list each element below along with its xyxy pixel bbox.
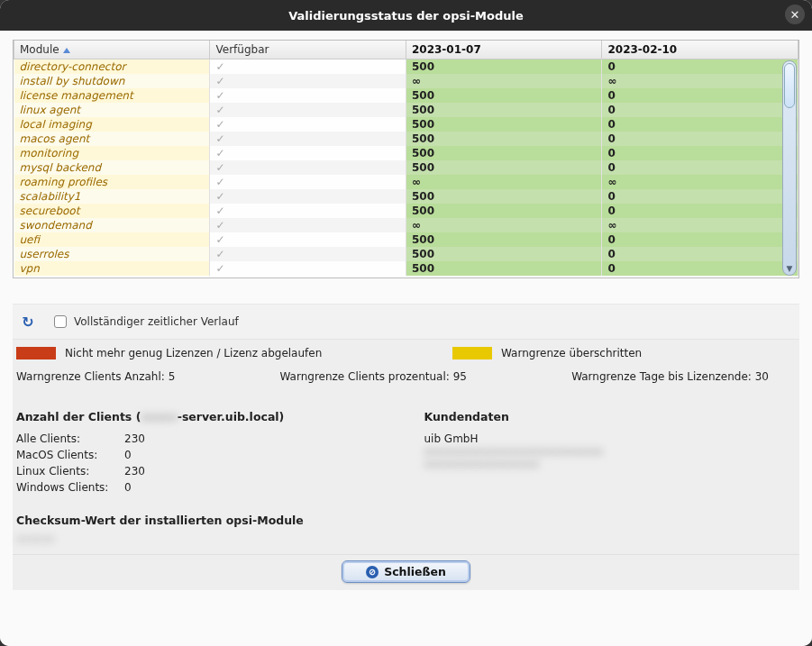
- cell-available: ✓: [210, 189, 406, 204]
- table-row[interactable]: linux agent✓5000: [14, 103, 798, 117]
- refresh-icon: ↻: [22, 314, 33, 331]
- linux-clients-value: 230: [124, 465, 388, 478]
- cell-date2: ∞: [602, 218, 798, 232]
- table-row[interactable]: secureboot✓5000: [14, 204, 798, 218]
- cell-date1: 500: [406, 160, 601, 175]
- window-title: Validierungsstatus der opsi-Module: [288, 9, 524, 23]
- table-row[interactable]: install by shutdown✓∞∞: [14, 74, 798, 88]
- check-icon: ✓: [215, 233, 224, 246]
- cell-date2: 0: [602, 103, 798, 117]
- table-row[interactable]: mysql backend✓5000: [14, 160, 798, 175]
- check-icon: ✓: [215, 262, 224, 275]
- legend-red-label: Nicht mehr genug Lizenzen / Lizenz abgel…: [65, 347, 443, 359]
- customer-name: uib GmbH: [424, 432, 797, 445]
- col-date2[interactable]: 2023-02-10: [602, 41, 798, 59]
- cell-date2: 0: [602, 232, 798, 247]
- table-row[interactable]: vpn✓5000: [14, 261, 798, 276]
- cell-date1: 500: [406, 132, 601, 146]
- cell-date2: 0: [602, 247, 798, 261]
- table-row[interactable]: monitoring✓5000: [14, 146, 798, 160]
- table-row[interactable]: local imaging✓5000: [14, 117, 798, 132]
- check-icon: ✓: [215, 147, 224, 159]
- cell-available: ✓: [210, 247, 406, 261]
- cell-module: monitoring: [14, 146, 210, 160]
- cell-module: mysql backend: [14, 160, 210, 175]
- all-clients-label: Alle Clients:: [16, 432, 124, 445]
- full-timeline-checkbox[interactable]: [54, 315, 67, 328]
- cell-available: ✓: [210, 232, 406, 247]
- scroll-down-icon[interactable]: ▼: [783, 262, 796, 275]
- cell-date1: ∞: [406, 175, 601, 189]
- cancel-icon: ⊘: [366, 566, 379, 578]
- cell-module: macos agent: [14, 132, 210, 146]
- table-row[interactable]: macos agent✓5000: [14, 132, 798, 146]
- cell-date2: 0: [602, 117, 798, 132]
- cell-available: ✓: [210, 132, 406, 146]
- macos-clients-label: MacOS Clients:: [16, 449, 124, 461]
- table-row[interactable]: scalability1✓5000: [14, 189, 798, 204]
- table-row[interactable]: swondemand✓∞∞: [14, 218, 798, 232]
- table-row[interactable]: license management✓5000: [14, 88, 798, 103]
- warn-days: Warngrenze Tage bis Lizenzende: 30: [571, 370, 769, 383]
- cell-available: ✓: [210, 218, 406, 232]
- refresh-button[interactable]: ↻: [18, 312, 38, 332]
- legend-yellow-swatch: [452, 347, 492, 359]
- check-icon: ✓: [215, 75, 224, 87]
- cell-module: scalability1: [14, 189, 210, 204]
- cell-date1: 500: [406, 232, 601, 247]
- cell-available: ✓: [210, 117, 406, 132]
- cell-date1: ∞: [406, 218, 601, 232]
- table-row[interactable]: userroles✓5000: [14, 247, 798, 261]
- checksum-section: Checksum-Wert der installierten opsi-Mod…: [13, 497, 799, 554]
- cell-date2: 0: [602, 261, 798, 276]
- customer-line-redacted-2: xxxxxxxxxxxxxxxxxx: [424, 458, 797, 470]
- modules-table-container: Module Verfügbar 2023-01-07 2023-02-10 d…: [13, 40, 799, 278]
- cell-date2: 0: [602, 132, 798, 146]
- cell-date2: 0: [602, 146, 798, 160]
- legend-panel: Nicht mehr genug Lizenzen / Lizenz abgel…: [13, 339, 799, 394]
- close-button[interactable]: ⊘ Schließen: [342, 560, 470, 583]
- customer-heading: Kundendaten: [424, 410, 797, 423]
- cell-available: ✓: [210, 146, 406, 160]
- cell-module: userroles: [14, 247, 210, 261]
- check-icon: ✓: [215, 248, 224, 260]
- linux-clients-label: Linux Clients:: [16, 465, 124, 478]
- server-name-redacted: xxxxx: [141, 410, 177, 423]
- clients-section: Anzahl der Clients (xxxxx-server.uib.loc…: [16, 403, 388, 494]
- dialog-body: Module Verfügbar 2023-01-07 2023-02-10 d…: [0, 31, 812, 646]
- legend-red-swatch: [16, 347, 56, 359]
- windows-clients-label: Windows Clients:: [16, 481, 124, 494]
- window-close-button[interactable]: ✕: [785, 5, 805, 24]
- table-scrollbar[interactable]: ▲ ▼: [782, 60, 797, 276]
- customer-section: Kundendaten uib GmbH xxxxxxxxxxxxxxxxxxx…: [424, 403, 797, 494]
- cell-date1: 500: [406, 59, 601, 75]
- cell-date2: 0: [602, 204, 798, 218]
- cell-date1: 500: [406, 103, 601, 117]
- check-icon: ✓: [215, 219, 224, 232]
- full-timeline-label: Vollständiger zeitlicher Verlauf: [74, 315, 239, 328]
- scroll-thumb[interactable]: [784, 63, 795, 108]
- windows-clients-value: 0: [124, 481, 388, 494]
- titlebar: Validierungsstatus der opsi-Module ✕: [0, 0, 812, 31]
- col-date1[interactable]: 2023-01-07: [406, 41, 601, 59]
- cell-available: ✓: [210, 160, 406, 175]
- col-available[interactable]: Verfügbar: [210, 41, 406, 59]
- cell-module: secureboot: [14, 204, 210, 218]
- cell-date1: 500: [406, 117, 601, 132]
- table-row[interactable]: roaming profiles✓∞∞: [14, 175, 798, 189]
- table-row[interactable]: directory-connector✓5000: [14, 59, 798, 75]
- cell-module: vpn: [14, 261, 210, 276]
- check-icon: ✓: [215, 89, 224, 102]
- check-icon: ✓: [215, 132, 224, 145]
- check-icon: ✓: [215, 176, 224, 188]
- cell-available: ✓: [210, 175, 406, 189]
- col-module[interactable]: Module: [14, 41, 210, 59]
- cell-module: swondemand: [14, 218, 210, 232]
- cell-date2: 0: [602, 88, 798, 103]
- check-icon: ✓: [215, 161, 224, 174]
- close-icon: ✕: [790, 8, 800, 22]
- cell-module: uefi: [14, 232, 210, 247]
- table-row[interactable]: uefi✓5000: [14, 232, 798, 247]
- cell-date1: 500: [406, 204, 601, 218]
- warn-clients-pct: Warngrenze Clients prozentual: 95: [280, 370, 467, 383]
